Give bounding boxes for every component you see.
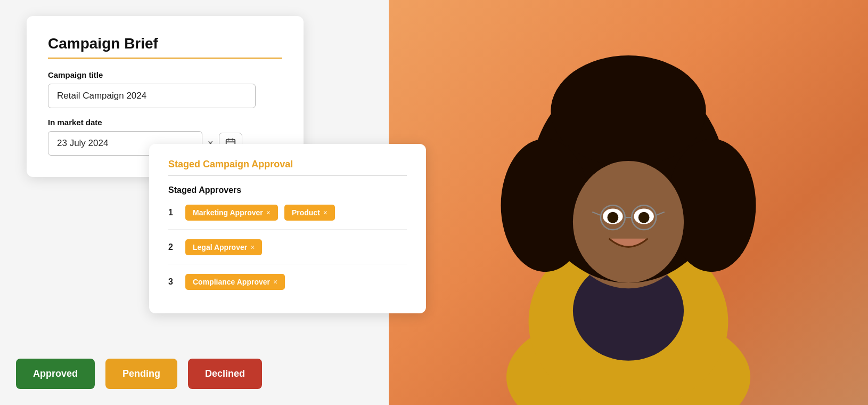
compliance-approver-label: Compliance Approver (193, 278, 270, 286)
marketing-approver-label: Marketing Approver (193, 208, 263, 217)
approver-row-3: 3 Compliance Approver × (168, 274, 407, 298)
legal-approver-tag: Legal Approver × (185, 239, 262, 255)
approval-divider (168, 175, 407, 176)
approver-number-2: 2 (168, 242, 179, 252)
approver-number-1: 1 (168, 208, 179, 217)
legal-approver-remove[interactable]: × (250, 244, 255, 251)
approver-row-2: 2 Legal Approver × (168, 239, 407, 264)
pending-button[interactable]: Pending (105, 359, 177, 389)
marketing-approver-tag: Marketing Approver × (185, 205, 278, 221)
campaign-title-input[interactable] (48, 84, 256, 108)
approval-card: Staged Campaign Approval Staged Approver… (149, 144, 426, 313)
compliance-approver-remove[interactable]: × (273, 278, 277, 286)
legal-approver-label: Legal Approver (193, 243, 247, 252)
declined-button[interactable]: Declined (188, 359, 262, 389)
svg-point-13 (638, 212, 650, 223)
compliance-approver-tag: Compliance Approver × (185, 274, 285, 290)
approvers-section-title: Staged Approvers (168, 185, 407, 195)
campaign-title-label: Campaign title (48, 70, 282, 79)
background-panel (389, 0, 868, 405)
approved-button[interactable]: Approved (16, 359, 95, 389)
in-market-date-label: In market date (48, 118, 282, 127)
product-remove[interactable]: × (323, 209, 327, 216)
product-tag: Product × (284, 205, 335, 221)
svg-point-8 (551, 55, 706, 166)
brief-divider (48, 58, 282, 59)
approver-row-1: 1 Marketing Approver × Product × (168, 205, 407, 230)
approver-number-3: 3 (168, 277, 179, 287)
svg-point-9 (573, 161, 684, 283)
campaign-brief-title: Campaign Brief (48, 35, 282, 52)
approval-card-title: Staged Campaign Approval (168, 159, 407, 170)
status-buttons: Approved Pending Declined (16, 359, 262, 389)
campaign-title-field: Campaign title (48, 70, 282, 118)
product-label: Product (292, 208, 320, 217)
woman-portrait (389, 0, 868, 405)
svg-point-12 (607, 212, 618, 223)
marketing-approver-remove[interactable]: × (266, 209, 271, 216)
